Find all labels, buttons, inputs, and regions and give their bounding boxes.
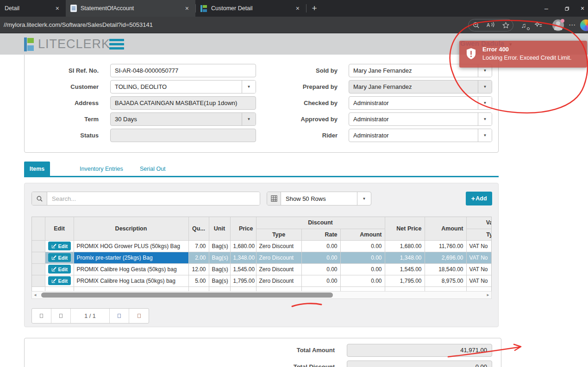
table-row[interactable]: EditPromix pre-starter (25kgs) Bag2.00Ba… <box>32 252 492 263</box>
scrollbar-thumb[interactable] <box>41 292 333 298</box>
zoom-out-icon[interactable] <box>471 20 481 30</box>
discount-amount-cell[interactable]: 0.00 <box>340 240 385 252</box>
price-cell[interactable]: 1,545.00 <box>230 263 256 275</box>
qty-cell[interactable]: 5.00 <box>188 275 209 286</box>
tab-serial-out[interactable]: Serial Out <box>140 162 166 176</box>
row-selector-cell[interactable] <box>32 252 45 263</box>
vat-cell[interactable]: VAT No <box>466 240 492 252</box>
vat-cell[interactable]: VAT No <box>466 252 492 263</box>
net-price-cell[interactable]: 1,680.00 <box>385 240 425 252</box>
last-page-button[interactable] <box>129 309 149 323</box>
discount-rate-cell[interactable]: 0.00 <box>301 263 340 275</box>
table-row[interactable]: EditPROMIX Calibre Hog Gesta (50kgs) bag… <box>32 263 492 275</box>
discount-type-cell[interactable]: Zero Discount <box>256 275 301 286</box>
price-cell[interactable]: 1,680.00 <box>230 240 256 252</box>
browser-menu-icon[interactable]: ⋯ <box>569 21 575 29</box>
si-ref-no-field[interactable] <box>110 64 256 77</box>
next-page-button[interactable] <box>110 309 129 323</box>
browser-tab-detail[interactable]: Detail × <box>0 0 66 17</box>
close-button[interactable]: × <box>577 5 588 12</box>
amount-cell[interactable]: 11,760.00 <box>425 240 466 252</box>
term-select[interactable]: 30 Days ▼ <box>110 112 256 126</box>
tab-inventory-entries[interactable]: Inventory Entries <box>80 162 123 176</box>
amount-cell[interactable]: 2,696.00 <box>425 252 466 263</box>
prepared-by-select[interactable]: Mary Jane Fernandez ▼ <box>349 80 492 93</box>
media-controls-icon[interactable]: ♫ <box>519 20 528 30</box>
new-tab-button[interactable]: + <box>307 0 322 17</box>
discount-amount-cell[interactable]: 0.00 <box>340 252 385 263</box>
unit-cell[interactable]: Bag(s) <box>209 263 230 275</box>
browser-tab-statement[interactable]: StatementOfAccount × <box>66 0 195 17</box>
edit-button[interactable]: Edit <box>48 265 71 274</box>
scrollbar-track[interactable] <box>38 292 485 298</box>
edit-button[interactable]: Edit <box>48 242 71 250</box>
customer-select[interactable]: TOLING, DEOLITO ▼ <box>110 80 256 93</box>
net-price-cell[interactable]: 1,795.00 <box>385 275 425 286</box>
unit-cell[interactable]: Bag(s) <box>209 252 230 263</box>
qty-cell[interactable]: 2.00 <box>188 252 209 263</box>
read-aloud-icon[interactable]: A <box>486 20 495 30</box>
browser-tab-customer[interactable]: Customer Detail × <box>196 0 306 17</box>
unit-cell[interactable]: Bag(s) <box>209 240 230 252</box>
restore-button[interactable] <box>557 5 577 12</box>
favorite-star-icon[interactable] <box>501 20 510 30</box>
menu-hamburger-icon[interactable] <box>109 39 124 50</box>
chevron-down-icon[interactable]: ▼ <box>478 97 492 109</box>
scroll-left-icon[interactable]: ◄ <box>32 293 38 297</box>
copilot-icon[interactable] <box>580 19 588 31</box>
rows-per-page-select[interactable]: Show 50 Rows ▼ <box>267 192 371 205</box>
price-cell[interactable]: 1,795.00 <box>230 275 256 286</box>
discount-amount-cell[interactable]: 0.00 <box>340 275 385 286</box>
amount-cell[interactable]: 18,540.00 <box>425 263 466 275</box>
rider-select[interactable]: Administrator ▼ <box>349 129 492 142</box>
tab-close-icon[interactable]: × <box>294 5 301 12</box>
description-cell[interactable]: PROMIX HOG Grower PLUS (50kgs) Bag <box>74 240 188 252</box>
amount-cell[interactable]: 8,975.00 <box>425 275 466 286</box>
search-box[interactable] <box>31 192 260 205</box>
search-input[interactable] <box>47 192 260 205</box>
row-selector-cell[interactable] <box>32 263 45 275</box>
table-row[interactable]: EditPROMIX Calibre Hog Lacta (50kgs) bag… <box>32 275 492 286</box>
row-selector-cell[interactable] <box>32 240 45 252</box>
prev-page-button[interactable] <box>51 309 71 323</box>
discount-type-cell[interactable]: Zero Discount <box>256 252 301 263</box>
chevron-down-icon[interactable]: ▼ <box>478 113 492 125</box>
table-row[interactable]: EditPROMIX HOG Grower PLUS (50kgs) Bag7.… <box>32 240 492 252</box>
vat-cell[interactable]: VAT No <box>466 275 492 286</box>
tab-close-icon[interactable]: × <box>54 5 61 12</box>
approved-by-select[interactable]: Administrator ▼ <box>349 112 492 126</box>
net-price-cell[interactable]: 1,348.00 <box>385 252 425 263</box>
tab-close-icon[interactable]: × <box>183 5 191 12</box>
first-page-button[interactable] <box>32 309 51 323</box>
url-text[interactable]: //mylora.liteclerk.com/Software/SalesDet… <box>0 21 153 28</box>
discount-rate-cell[interactable]: 0.00 <box>301 252 340 263</box>
horizontal-scrollbar[interactable]: ◄ ► <box>31 291 492 299</box>
discount-rate-cell[interactable]: 0.00 <box>301 240 340 252</box>
add-item-button[interactable]: + Add <box>466 192 492 205</box>
edit-button[interactable]: Edit <box>48 253 71 262</box>
profile-avatar[interactable] <box>552 19 564 31</box>
collections-icon[interactable] <box>534 20 543 30</box>
discount-amount-cell[interactable]: 0.00 <box>340 263 385 275</box>
checked-by-select[interactable]: Administrator ▼ <box>349 96 492 110</box>
si-ref-no-input[interactable] <box>111 64 256 77</box>
scroll-right-icon[interactable]: ► <box>485 293 491 297</box>
discount-type-cell[interactable]: Zero Discount <box>256 263 301 275</box>
vat-cell[interactable]: VAT No <box>466 263 492 275</box>
qty-cell[interactable]: 12.00 <box>188 263 209 275</box>
price-cell[interactable]: 1,348.00 <box>230 252 256 263</box>
edit-button[interactable]: Edit <box>48 276 71 285</box>
qty-cell[interactable]: 7.00 <box>188 240 209 252</box>
discount-type-cell[interactable]: Zero Discount <box>256 240 301 252</box>
tab-items[interactable]: Items <box>24 162 50 176</box>
chevron-down-icon[interactable]: ▼ <box>478 129 492 142</box>
net-price-cell[interactable]: 1,545.00 <box>385 263 425 275</box>
unit-cell[interactable]: Bag(s) <box>209 275 230 286</box>
row-selector-cell[interactable] <box>32 275 45 286</box>
description-cell[interactable]: Promix pre-starter (25kgs) Bag <box>74 252 188 263</box>
chevron-down-icon[interactable]: ▼ <box>478 81 492 93</box>
description-cell[interactable]: PROMIX Calibre Hog Lacta (50kgs) bag <box>74 275 188 286</box>
description-cell[interactable]: PROMIX Calibre Hog Gesta (50kgs) bag <box>74 263 188 275</box>
minimize-button[interactable]: – <box>536 5 557 12</box>
discount-rate-cell[interactable]: 0.00 <box>301 275 340 286</box>
